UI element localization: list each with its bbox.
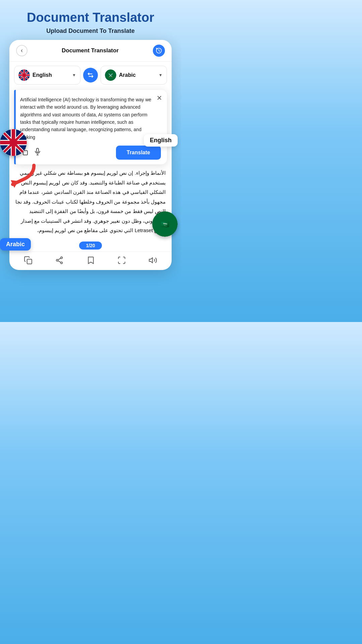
popup-text-content: Artificial Intelligence (AI) technology … [20, 96, 161, 141]
svg-point-31 [56, 259, 58, 261]
swap-languages-button[interactable] [83, 68, 98, 83]
uk-flag-float [0, 129, 27, 156]
page-badge: 1/20 [79, 241, 102, 250]
fullscreen-toolbar-button[interactable] [117, 256, 126, 267]
arabic-paragraph: الأنماط وإجراء. إن نص لوريم إيبسوم هو بب… [15, 168, 166, 235]
source-language-button[interactable]: English ▼ [14, 66, 80, 85]
share-toolbar-button[interactable] [55, 256, 64, 267]
top-bar-title: Document Translator [62, 47, 119, 54]
svg-rect-25 [23, 151, 27, 155]
svg-line-34 [58, 261, 61, 262]
popup-card: ✕ Artificial Intelligence (AI) technolog… [14, 90, 167, 164]
svg-point-32 [61, 262, 62, 264]
target-language-label: Arabic [119, 72, 156, 78]
target-chevron-icon: ▼ [159, 73, 163, 77]
back-button[interactable]: ‹ [16, 45, 27, 56]
volume-toolbar-button[interactable] [148, 256, 157, 267]
bottom-toolbar [9, 252, 172, 270]
source-chevron-icon: ▼ [72, 73, 76, 77]
mic-icon[interactable] [34, 148, 42, 158]
svg-text:🇸🇦: 🇸🇦 [161, 220, 170, 229]
svg-line-33 [58, 258, 61, 260]
popup-close-button[interactable]: ✕ [157, 94, 162, 102]
phone-card: ‹ Document Translator [9, 40, 172, 270]
svg-text:‍⚔️: ‍⚔️ [108, 73, 113, 77]
target-language-button[interactable]: ‍⚔️ Arabic ▼ [101, 66, 167, 85]
svg-rect-26 [37, 148, 39, 152]
sa-flag-float: 🇸🇦 [152, 211, 178, 237]
bookmark-toolbar-button[interactable] [86, 256, 95, 267]
popup-actions: Translate [20, 146, 161, 160]
copy-toolbar-button[interactable] [24, 256, 33, 267]
arabic-badge: Arabic [0, 238, 31, 251]
svg-point-30 [61, 257, 62, 258]
language-selector: English ▼ ‍⚔️ Arabic ▼ [9, 62, 172, 89]
target-flag: ‍⚔️ [105, 69, 116, 81]
translation-popup: ✕ Artificial Intelligence (AI) technolog… [9, 90, 172, 164]
source-flag [18, 69, 30, 81]
header: Document Translator Upload Document To T… [0, 0, 181, 40]
source-language-label: English [33, 72, 69, 78]
svg-rect-29 [27, 259, 32, 264]
svg-marker-35 [149, 258, 153, 263]
app-title: Document Translator [7, 11, 174, 25]
translate-button[interactable]: Translate [116, 146, 161, 160]
english-badge: English [144, 134, 178, 147]
svg-point-13 [156, 48, 157, 49]
top-bar: ‹ Document Translator [9, 40, 172, 62]
page-indicator: 1/20 [9, 239, 172, 252]
app-subtitle: Upload Document To Translate [7, 28, 174, 35]
history-button[interactable] [153, 45, 165, 57]
